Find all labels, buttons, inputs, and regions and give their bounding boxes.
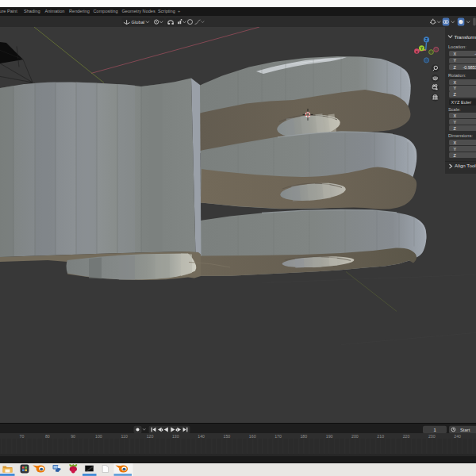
svg-text:Z: Z [425,38,428,42]
svg-text:X: X [416,49,418,53]
svg-text:Start: Start [460,428,470,432]
svg-text:Global: Global [132,20,144,25]
svg-text:Y: Y [420,46,423,50]
svg-text:1: 1 [433,428,436,432]
